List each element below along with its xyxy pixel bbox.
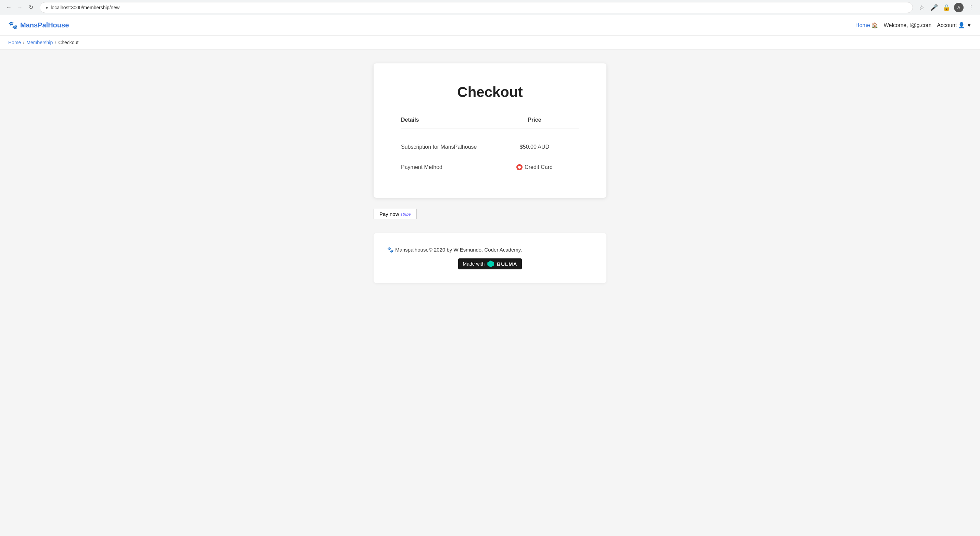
footer-card: 🐾 Manspalhouse© 2020 by W Esmundo. Coder… xyxy=(374,233,606,283)
bulma-label: BULMA xyxy=(497,261,517,267)
made-with-label: Made with xyxy=(463,261,485,266)
app-navbar: 🐾 MansPalHouse Home 🏠 Welcome, t@g.com A… xyxy=(0,15,980,36)
browser-toolbar-right: ☆ 🎤 🔒 A ⋮ xyxy=(917,3,976,12)
lock-icon: ● xyxy=(46,5,48,10)
home-nav-label: Home xyxy=(855,22,870,29)
welcome-text: Welcome, t@g.com xyxy=(884,22,932,29)
payment-method-label: Payment Method xyxy=(401,164,490,170)
main-content: Checkout Details Price Subscription for … xyxy=(0,50,980,535)
subscription-label: Subscription for MansPalhouse xyxy=(401,144,490,150)
profile-avatar[interactable]: A xyxy=(954,3,964,12)
breadcrumb-sep-1: / xyxy=(23,40,24,45)
microphone-icon[interactable]: 🎤 xyxy=(929,3,939,12)
browser-back-button[interactable]: ← xyxy=(4,3,14,12)
breadcrumb-home-link[interactable]: Home xyxy=(8,40,21,45)
footer-copyright-text: Manspalhouse© 2020 by W Esmundo. Coder A… xyxy=(395,247,522,252)
browser-address-bar[interactable]: ● localhost:3000/membership/new xyxy=(40,2,913,13)
browser-chrome: ← → ↻ ● localhost:3000/membership/new ☆ … xyxy=(0,0,980,15)
checkout-payment-row: Payment Method Credit Card xyxy=(401,157,579,177)
stripe-label: stripe xyxy=(401,212,411,216)
payment-method-value: Credit Card xyxy=(490,164,579,170)
pay-now-label: Pay now xyxy=(379,211,399,217)
checkout-title: Checkout xyxy=(401,84,579,100)
checkout-table-header: Details Price xyxy=(401,117,579,129)
paw-icon: 🐾 xyxy=(8,21,18,30)
browser-forward-button[interactable]: → xyxy=(15,3,25,12)
breadcrumb: Home / Membership / Checkout xyxy=(8,40,972,45)
col-header-price: Price xyxy=(490,117,579,123)
footer-copyright: 🐾 Manspalhouse© 2020 by W Esmundo. Coder… xyxy=(387,247,593,253)
bulma-gem-icon xyxy=(487,260,494,267)
browser-nav-buttons: ← → ↻ xyxy=(4,3,36,12)
account-user-icon: 👤 xyxy=(958,22,965,29)
menu-icon[interactable]: ⋮ xyxy=(966,3,976,12)
browser-url: localhost:3000/membership/new xyxy=(51,5,907,10)
home-icon: 🏠 xyxy=(872,22,878,29)
account-dropdown[interactable]: Account 👤 ▼ xyxy=(937,22,972,29)
radio-selected-icon xyxy=(516,164,523,170)
radio-inner xyxy=(518,166,521,169)
bulma-badge: Made with BULMA xyxy=(458,258,522,270)
browser-reload-button[interactable]: ↻ xyxy=(26,3,36,12)
extension-icon[interactable]: 🔒 xyxy=(942,3,951,12)
brand-link[interactable]: 🐾 MansPalHouse xyxy=(8,21,855,30)
brand-name: MansPalHouse xyxy=(20,21,69,29)
footer-paw-icon: 🐾 xyxy=(387,247,394,252)
home-nav-link[interactable]: Home 🏠 xyxy=(855,22,878,29)
subscription-price: $50.00 AUD xyxy=(490,144,579,150)
account-label: Account xyxy=(937,22,957,29)
breadcrumb-current: Checkout xyxy=(58,40,78,45)
breadcrumb-membership-link[interactable]: Membership xyxy=(26,40,53,45)
bulma-badge-container: Made with BULMA xyxy=(387,258,593,270)
pay-now-section: Pay now stripe xyxy=(374,209,606,219)
bookmark-icon[interactable]: ☆ xyxy=(917,3,927,12)
breadcrumb-sep-2: / xyxy=(55,40,56,45)
checkout-table: Details Price Subscription for MansPalho… xyxy=(401,117,579,177)
checkout-subscription-row: Subscription for MansPalhouse $50.00 AUD xyxy=(401,137,579,157)
credit-card-label: Credit Card xyxy=(525,164,553,170)
col-header-details: Details xyxy=(401,117,490,123)
breadcrumb-bar: Home / Membership / Checkout xyxy=(0,36,980,50)
navbar-right: Home 🏠 Welcome, t@g.com Account 👤 ▼ xyxy=(855,22,972,29)
checkout-card: Checkout Details Price Subscription for … xyxy=(374,64,606,198)
pay-now-button[interactable]: Pay now stripe xyxy=(374,209,417,219)
chevron-down-icon: ▼ xyxy=(966,22,972,29)
